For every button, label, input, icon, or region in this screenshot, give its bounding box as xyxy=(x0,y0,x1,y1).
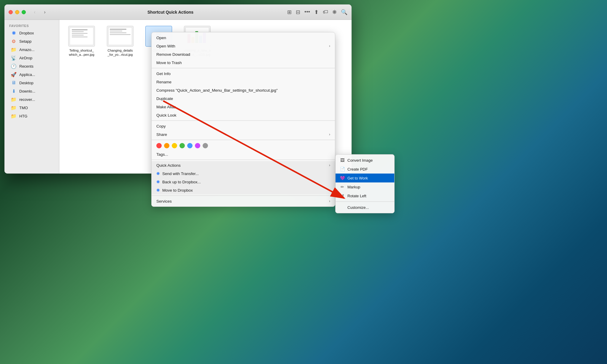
menu-label-share: Share xyxy=(156,132,327,137)
file-item[interactable]: Telling_shortcut_ which_a...pen.jpg xyxy=(65,26,98,57)
tag-dot-red[interactable] xyxy=(156,143,162,148)
downloads-icon: ⬇ xyxy=(11,88,16,94)
sidebar-item-tmo[interactable]: 📁 TMO xyxy=(6,104,57,112)
tag-dot-purple[interactable] xyxy=(195,143,200,148)
sidebar-item-dropbox-label: Dropbox xyxy=(19,31,34,35)
minimize-button[interactable] xyxy=(15,10,19,14)
services-arrow-icon: › xyxy=(329,199,330,203)
menu-item-share[interactable]: Share › xyxy=(152,130,335,139)
tag-dot-blue[interactable] xyxy=(187,143,193,148)
back-button[interactable]: ‹ xyxy=(31,8,39,16)
submenu-label-customize: Customize... xyxy=(347,205,369,210)
file-name: Changing_details _for_yo...rtcut.jpg xyxy=(104,48,136,57)
menu-separator xyxy=(152,160,335,160)
tag-dot-yellow[interactable] xyxy=(172,143,177,148)
menu-item-duplicate[interactable]: Duplicate xyxy=(152,94,335,103)
htg-folder-icon: 📁 xyxy=(11,113,16,119)
thumb-decoration xyxy=(110,34,131,35)
thumb-decoration xyxy=(110,29,126,30)
sidebar-item-dropbox[interactable]: ❋ Dropbox xyxy=(6,29,57,37)
list-view-icon[interactable]: ⊟ xyxy=(296,9,300,15)
submenu-label-convert-image: Convert Image xyxy=(347,158,373,163)
menu-item-open[interactable]: Open xyxy=(152,34,335,42)
search-icon[interactable]: 🔍 xyxy=(341,9,347,15)
menu-item-remove-download[interactable]: Remove Download xyxy=(152,50,335,58)
applications-icon: 🚀 xyxy=(11,72,16,77)
desktop-icon: 🖥 xyxy=(11,80,16,85)
menu-label-make-alias: Make Alias xyxy=(156,105,330,109)
sidebar-item-htg-label: HTG xyxy=(19,114,27,118)
sidebar-item-applications-label: Applica... xyxy=(19,72,35,77)
menu-label-remove-download: Remove Download xyxy=(156,52,330,57)
open-with-arrow-icon: › xyxy=(329,44,330,48)
window-title: Shortcut Quick Actions xyxy=(54,10,287,15)
thumb-decoration xyxy=(72,31,84,32)
sidebar-item-recovery[interactable]: 📁 recover... xyxy=(6,95,57,104)
sidebar: Favorites ❋ Dropbox ⚙ Setapp 📁 Amazo... … xyxy=(4,20,59,174)
sidebar-item-desktop-label: Desktop xyxy=(19,81,34,85)
sidebar-item-htg[interactable]: 📁 HTG xyxy=(6,112,57,120)
color-tags-row xyxy=(152,141,335,150)
tag-dot-green[interactable] xyxy=(179,143,185,148)
menu-item-move-to-trash[interactable]: Move to Trash xyxy=(152,58,335,67)
menu-label-quick-look: Quick Look xyxy=(156,113,330,117)
submenu-item-convert-image[interactable]: 🖼 Convert Image xyxy=(336,156,394,165)
sidebar-item-amazon-label: Amazo... xyxy=(19,47,34,52)
menu-item-make-alias[interactable]: Make Alias xyxy=(152,103,335,111)
menu-label-tags: Tags... xyxy=(156,152,330,157)
create-pdf-icon: 📄 xyxy=(340,166,345,172)
quick-actions-arrow-icon: › xyxy=(329,163,330,167)
maximize-button[interactable] xyxy=(22,10,26,14)
sidebar-item-downloads[interactable]: ⬇ Downlo... xyxy=(6,87,57,95)
airdrop-icon: 📡 xyxy=(11,55,16,61)
setapp-icon: ⚙ xyxy=(11,39,16,44)
menu-item-compress[interactable]: Compress "Quick_Action_and_Menu_Bar_sett… xyxy=(152,86,335,94)
recovery-folder-icon: 📁 xyxy=(11,97,16,102)
menu-label-duplicate: Duplicate xyxy=(156,96,330,101)
sidebar-item-setapp[interactable]: ⚙ Setapp xyxy=(6,37,57,45)
menu-item-backup-dropbox[interactable]: ❋ Back up to Dropbox... xyxy=(152,178,335,186)
more-icon[interactable]: ••• xyxy=(304,9,310,15)
menu-label-rename: Rename xyxy=(156,80,330,84)
sidebar-item-amazon[interactable]: 📁 Amazo... xyxy=(6,45,57,54)
sidebar-item-recents[interactable]: 🕐 Recents xyxy=(6,62,57,70)
submenu-item-rotate-left[interactable]: ↺ Rotate Left xyxy=(336,191,394,200)
tag-dot-gray[interactable] xyxy=(203,143,208,148)
sidebar-item-airdrop[interactable]: 📡 AirDrop xyxy=(6,54,57,62)
submenu-label-get-to-work: Get to Work xyxy=(347,176,368,180)
grid-view-icon[interactable]: ⊞ xyxy=(287,9,292,15)
menu-item-tags[interactable]: Tags... xyxy=(152,150,335,158)
close-button[interactable] xyxy=(9,10,13,14)
dropbox-move-icon: ❋ xyxy=(156,188,160,193)
sidebar-item-applications[interactable]: 🚀 Applica... xyxy=(6,70,57,79)
tag-icon[interactable]: 🏷 xyxy=(323,9,328,15)
menu-item-get-info[interactable]: Get Info xyxy=(152,69,335,78)
sidebar-item-airdrop-label: AirDrop xyxy=(19,56,32,60)
share-icon[interactable]: ⬆ xyxy=(314,9,319,15)
menu-item-open-with[interactable]: Open With › xyxy=(152,42,335,50)
menu-item-quick-look[interactable]: Quick Look xyxy=(152,111,335,119)
submenu-item-create-pdf[interactable]: 📄 Create PDF xyxy=(336,165,394,174)
share-arrow-icon: › xyxy=(329,132,330,136)
submenu-item-customize[interactable]: Customize... xyxy=(336,203,394,212)
file-item[interactable]: Changing_details _for_yo...rtcut.jpg xyxy=(104,26,136,57)
recents-icon: 🕐 xyxy=(11,63,16,69)
submenu-item-get-to-work[interactable]: 💜 Get to Work xyxy=(336,174,394,182)
menu-item-copy[interactable]: Copy xyxy=(152,122,335,130)
menu-item-quick-actions[interactable]: Quick Actions › xyxy=(152,161,335,169)
menu-label-compress: Compress "Quick_Action_and_Menu_Bar_sett… xyxy=(156,88,330,93)
menu-item-rename[interactable]: Rename xyxy=(152,78,335,86)
submenu-item-markup[interactable]: ✏ Markup xyxy=(336,182,394,191)
forward-button[interactable]: › xyxy=(41,8,49,16)
tag-dot-orange[interactable] xyxy=(164,143,169,148)
menu-item-services[interactable]: Services › xyxy=(152,197,335,205)
dropbox-toolbar-icon[interactable]: ❋ xyxy=(332,9,337,15)
menu-item-send-transfer[interactable]: ❋ Send with Transfer... xyxy=(152,169,335,178)
sidebar-item-desktop[interactable]: 🖥 Desktop xyxy=(6,79,57,87)
sidebar-item-setapp-label: Setapp xyxy=(19,39,31,44)
context-menu: Open Open With › Remove Download Move to… xyxy=(151,32,335,207)
dropbox-backup-icon: ❋ xyxy=(156,179,160,184)
menu-label-open: Open xyxy=(156,36,330,40)
menu-label-move-to-trash: Move to Trash xyxy=(156,61,330,65)
menu-item-move-dropbox[interactable]: ❋ Move to Dropbox xyxy=(152,186,335,194)
